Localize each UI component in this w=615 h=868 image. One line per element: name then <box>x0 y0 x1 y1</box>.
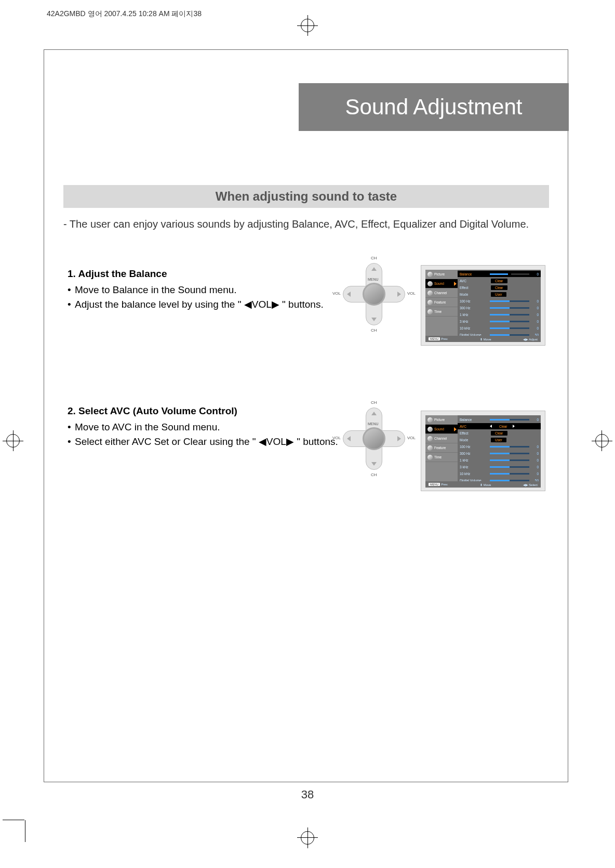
triangle-left-icon: ◀ <box>244 299 252 310</box>
osd-slider <box>490 307 529 309</box>
dpad-label-ch-up: CH <box>371 256 377 260</box>
osd-nav-label: Picture <box>434 272 445 276</box>
osd-row-value: 0 <box>531 326 539 330</box>
section-1-line-2: Adjust the balance level by using the " … <box>68 297 358 312</box>
dpad-right-icon <box>397 292 401 297</box>
osd-row-value: 0 <box>531 320 539 323</box>
osd-row: 10 kHz0 <box>460 325 539 331</box>
osd-row-value: 0 <box>531 472 539 476</box>
dpad-left-icon <box>347 436 351 441</box>
osd-nav-icon <box>427 281 433 286</box>
osd-chip: User <box>491 438 506 442</box>
osd-row-label: 300 Hz <box>460 306 488 310</box>
osd-row-value: 0 <box>531 306 539 310</box>
registration-cross-left-v <box>13 430 14 451</box>
remote-dpad-figure-1: CH CH VOL VOL MENU <box>343 263 405 325</box>
osd-row-label: Effect <box>460 431 488 435</box>
triangle-right-icon <box>513 425 515 428</box>
section-2-line-1: Move to AVC in the Sound menu. <box>68 420 358 435</box>
osd-slider <box>490 473 529 475</box>
osd-row-label: Balance <box>460 272 488 276</box>
registration-cross-right-v <box>601 430 602 451</box>
osd-nav-label: Feature <box>434 446 446 450</box>
dpad-center-button <box>363 283 385 306</box>
osd-nav-label: Channel <box>434 291 447 295</box>
registration-cross-top-v <box>308 15 308 36</box>
osd-nav-item: Channel <box>425 288 458 298</box>
osd-chip: User <box>491 292 506 297</box>
registration-cross-bottom-v <box>308 827 308 848</box>
osd-nav-icon <box>427 445 433 451</box>
osd-left-nav: PictureSoundChannelFeatureTime <box>425 415 458 486</box>
remote-dpad-figure-2: CH CH VOL VOL MENU <box>343 407 405 470</box>
triangle-left-icon <box>490 425 492 428</box>
osd-nav-label: Channel <box>434 437 447 440</box>
dpad-label-ch-down: CH <box>371 472 377 477</box>
dpad-label-vol-right: VOL <box>407 436 416 440</box>
osd-row: 3 kHz0 <box>460 464 539 470</box>
osd-nav-icon <box>427 291 433 296</box>
osd-chip: Clear <box>491 279 507 283</box>
osd-row: 3 kHz0 <box>460 318 539 324</box>
dpad-right-icon <box>397 436 401 441</box>
osd-menu-figure-1: PictureSoundChannelFeatureTime Balance0A… <box>421 265 545 346</box>
osd-nav-item: Sound <box>425 279 458 288</box>
osd-row-label: 10 kHz <box>460 472 488 476</box>
page-number: 38 <box>0 788 615 801</box>
osd-slider <box>490 466 529 468</box>
osd-row-value: 0 <box>531 299 539 303</box>
osd-slider <box>490 314 529 315</box>
title-block: Sound Adjustment <box>299 83 569 131</box>
dpad-label-ch-up: CH <box>371 400 377 405</box>
section-balance: 1. Adjust the Balance Move to Balance in… <box>68 268 358 311</box>
osd-row-label: Balance <box>460 418 488 422</box>
section-1-heading: 1. Adjust the Balance <box>68 268 358 280</box>
osd-nav-icon <box>427 436 433 441</box>
osd-row-value: 0 <box>531 458 539 462</box>
dpad-up-icon <box>371 412 377 415</box>
osd-footer: MENUPrev. ⬍ Move ◀▶ Select <box>425 481 541 488</box>
osd-row-label: AVC <box>460 279 488 283</box>
subtitle: When adjusting sound to taste <box>216 189 397 204</box>
triangle-right-icon: ▶ <box>286 436 294 447</box>
osd-right-panel: Balance0AVCClearEffectClearModeUser100 H… <box>458 415 541 486</box>
dpad-down-icon <box>371 318 377 321</box>
osd-nav-icon <box>427 417 433 423</box>
osd-slider <box>490 446 529 448</box>
osd-row-value: 0 <box>531 452 539 455</box>
dpad-center-button <box>363 427 385 450</box>
osd-row: 300 Hz0 <box>460 305 539 311</box>
dpad-left-icon <box>347 292 351 297</box>
osd-nav-item: Sound <box>425 425 458 434</box>
osd-row: ModeUser <box>460 291 539 297</box>
crop-mark <box>3 820 24 820</box>
osd-row-value: 0 <box>531 465 539 469</box>
osd-nav-icon <box>427 309 433 314</box>
osd-nav-label: Time <box>434 455 442 459</box>
osd-row-label: Mode <box>460 293 488 296</box>
osd-row-label: 3 kHz <box>460 465 488 469</box>
osd-row: 1 kHz0 <box>460 311 539 318</box>
section-2-heading: 2. Select AVC (Auto Volume Control) <box>68 405 358 417</box>
osd-row-label: 100 Hz <box>460 445 488 449</box>
osd-row-value: 0 <box>531 445 539 449</box>
osd-row-value: 0 <box>531 418 539 422</box>
dpad-label-menu: MENU <box>368 422 379 426</box>
subtitle-bar: When adjusting sound to taste <box>63 185 549 208</box>
osd-nav-icon <box>427 300 433 305</box>
osd-left-nav: PictureSoundChannelFeatureTime <box>425 270 458 341</box>
intro-text: - The user can enjoy various sounds by a… <box>63 218 549 230</box>
section-2-line-2: Select either AVC Set or Clear using the… <box>68 435 358 449</box>
osd-slider <box>490 321 529 322</box>
osd-chip: Clear <box>491 285 507 290</box>
osd-nav-item: Time <box>425 307 458 317</box>
osd-row-label: 100 Hz <box>460 299 488 303</box>
osd-row-label: Effect <box>460 286 488 290</box>
osd-row: 1 kHz0 <box>460 457 539 463</box>
osd-nav-item: Time <box>425 453 458 462</box>
osd-row: EffectClear <box>460 430 539 436</box>
osd-row: 10 kHz0 <box>460 470 539 477</box>
osd-nav-icon <box>427 455 433 460</box>
osd-footer: MENUPrev. ⬍ Move ◀▶ Adjust <box>425 336 541 342</box>
triangle-right-icon: ▶ <box>272 299 279 310</box>
